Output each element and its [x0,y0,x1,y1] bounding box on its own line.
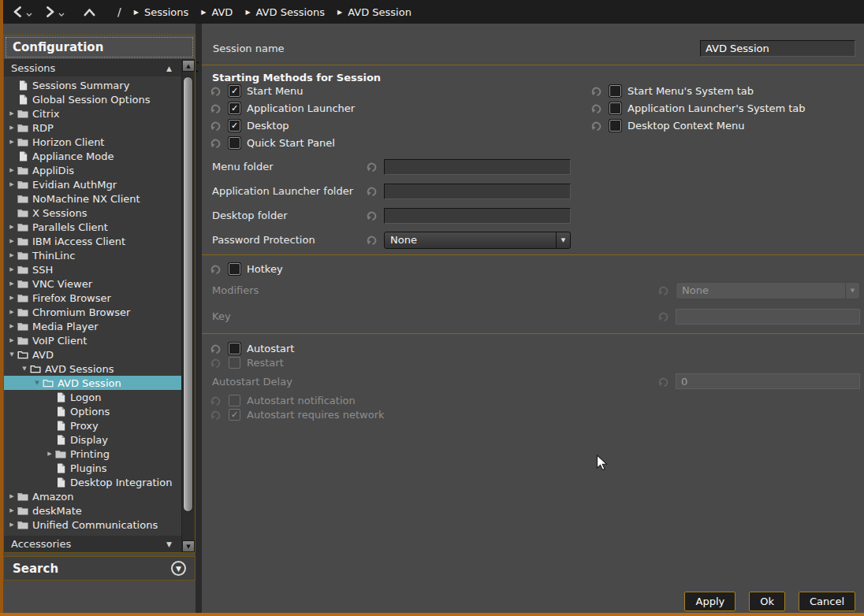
reset-button[interactable] [367,161,378,173]
tree-expander-icon[interactable]: ▶ [7,238,17,244]
tree-item[interactable]: ▶VNC Viewer [4,276,181,291]
tree-item[interactable]: ▶RDP [4,121,181,135]
tree-item[interactable]: ▶Unified Communications [4,518,181,532]
tree-expander-icon[interactable]: ▶ [7,124,17,131]
reset-button[interactable] [591,120,603,131]
breadcrumb-item[interactable]: ▶AVD Sessions [245,6,325,18]
scrollbar-track[interactable] [182,72,195,540]
reset-button[interactable] [210,263,222,274]
tree-expander-icon[interactable]: ▶ [45,451,54,457]
application-launcher-folder-input[interactable] [384,184,571,199]
tree-item[interactable]: Desktop Integration [4,475,181,489]
autostart-checkbox[interactable] [229,343,240,354]
tree-expander-icon[interactable]: ▶ [7,110,17,117]
tree-item[interactable]: ▶Amazon [4,489,181,503]
tree-item[interactable]: ▶Printing [4,447,181,461]
tree-expander-icon[interactable]: ▶ [7,252,17,258]
tree-item[interactable]: NoMachine NX Client [4,191,181,206]
tree-item[interactable]: Display [4,432,181,447]
tree-expander-icon[interactable]: ▶ [7,493,17,499]
tree-expander-icon[interactable]: ▶ [7,295,17,301]
reset-button[interactable] [210,343,222,354]
forward-icon[interactable] [45,6,55,17]
apply-button[interactable]: Apply [684,592,736,611]
tree-item[interactable]: ▶deskMate [4,503,181,518]
reset-button[interactable] [367,210,378,221]
tree-item[interactable]: ▶ThinLinc [4,248,181,262]
panel-splitter[interactable]: ◂ ▸ [196,24,202,613]
reset-button[interactable] [210,102,222,113]
reset-button[interactable] [591,102,603,113]
tree-item[interactable]: Proxy [4,418,181,432]
tree-item[interactable]: Sessions Summary [4,78,181,92]
tree-expander-icon[interactable]: ▶ [7,309,17,315]
forward-history-dropdown-icon[interactable] [58,13,65,17]
tree-item[interactable]: ▶Parallels Client [4,220,181,234]
tree-item[interactable]: ▶Media Player [4,319,181,333]
cancel-button[interactable]: Cancel [799,592,855,611]
tree-item[interactable]: Options [4,404,181,418]
tree-expander-icon[interactable]: ▼ [32,380,42,386]
tree-expander-icon[interactable]: ▶ [7,224,17,230]
reset-button[interactable] [591,85,603,96]
tree-item[interactable]: ▶IBM iAccess Client [4,234,181,248]
breadcrumb-item[interactable]: ▶Sessions [134,6,189,18]
hotkey-checkbox[interactable] [229,263,240,275]
reset-button[interactable] [210,137,222,148]
breadcrumb-item[interactable]: ▶AVD Session [337,6,412,18]
ok-button[interactable]: Ok [749,592,785,611]
back-icon[interactable] [13,6,23,17]
tree-item[interactable]: ▶AppliDis [4,163,181,177]
back-history-dropdown-icon[interactable] [26,13,32,17]
reset-button[interactable] [210,120,222,131]
tree-expander-icon[interactable]: ▼ [7,351,17,358]
tree-item[interactable]: ▼AVD [4,347,181,362]
sessions-accordion-header[interactable]: Sessions ▲ [4,60,181,76]
tree-scrollbar[interactable]: ▲ ▼ [181,60,195,552]
up-level-icon[interactable] [84,8,95,17]
session-name-input[interactable] [700,40,855,57]
scroll-up-button[interactable]: ▲ [182,60,195,72]
tree-expander-icon[interactable]: ▼ [20,366,29,372]
application-launcher-s-system-tab-checkbox[interactable] [609,102,621,114]
menu-folder-input[interactable] [384,159,571,175]
desktop-folder-input[interactable] [384,208,571,224]
start-menu-checkbox[interactable]: ✓ [229,85,240,97]
quick-start-panel-checkbox[interactable] [229,137,240,149]
tree-item[interactable]: Logon [4,390,181,404]
start-menu-s-system-tab-checkbox[interactable] [609,85,621,97]
desktop-context-menu-checkbox[interactable] [609,120,621,132]
path-root[interactable]: / [117,6,121,18]
tree-expander-icon[interactable]: ▶ [7,266,17,273]
tree-item[interactable]: Plugins [4,461,181,475]
tree-item[interactable]: ▶Evidian AuthMgr [4,177,181,191]
search-collapse-button[interactable]: ▼ [171,561,186,576]
tree-item[interactable]: ▶Citrix [4,106,181,121]
breadcrumb-item[interactable]: ▶AVD [201,6,233,18]
accessories-accordion-header[interactable]: Accessories ▼ [4,536,181,552]
reset-button[interactable] [367,235,378,246]
tree-expander-icon[interactable]: ▶ [7,521,17,528]
tree-item[interactable]: X Sessions [4,206,181,220]
scroll-down-button[interactable]: ▼ [182,540,195,552]
tree-item[interactable]: Appliance Mode [4,149,181,163]
tree-expander-icon[interactable]: ▶ [7,323,17,329]
tree-item[interactable]: ▼AVD Sessions [4,362,181,376]
application-launcher-checkbox[interactable]: ✓ [229,102,240,114]
desktop-checkbox[interactable]: ✓ [229,120,240,132]
tree-expander-icon[interactable]: ▶ [7,139,17,145]
tree-item-selected[interactable]: ▼AVD Session [4,376,181,390]
tree-expander-icon[interactable]: ▶ [7,167,17,173]
tree-item[interactable]: ▶SSH [4,262,181,276]
tree-item[interactable]: ▶VoIP Client [4,333,181,347]
scrollbar-thumb[interactable] [183,76,193,512]
tree-expander-icon[interactable]: ▶ [7,337,17,343]
password-protection-select[interactable]: None▼ [384,232,571,249]
tree-item[interactable]: ▶Chromium Browser [4,305,181,319]
reset-button[interactable] [210,85,222,96]
tree-item[interactable]: ▶Firefox Browser [4,291,181,305]
tree-expander-icon[interactable]: ▶ [7,280,17,287]
tree-expander-icon[interactable]: ▶ [7,181,17,187]
reset-button[interactable] [367,186,378,197]
select-arrow-button[interactable]: ▼ [556,232,570,248]
